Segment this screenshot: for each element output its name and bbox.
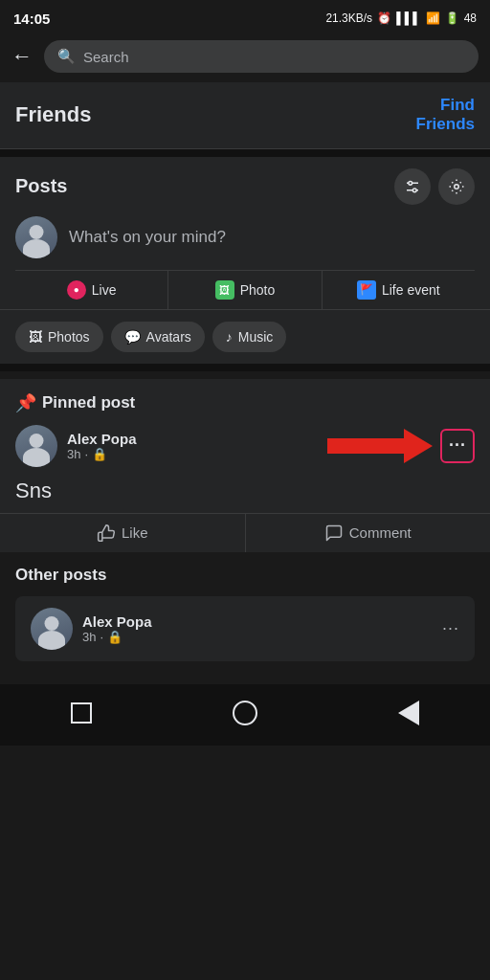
post-author-avatar: [15, 425, 57, 467]
comment-icon: [324, 523, 344, 543]
photo-button[interactable]: 🖼 Photo: [167, 271, 321, 309]
search-input-wrap[interactable]: 🔍 Search: [44, 40, 479, 73]
svg-point-4: [455, 185, 459, 189]
post-actions-row: ● Live 🖼 Photo 🚩 Life event: [15, 270, 475, 309]
user-avatar: [15, 216, 57, 258]
nav-bar: [0, 684, 490, 746]
ellipsis-icon: ···: [449, 435, 466, 456]
flag-icon: 🚩: [357, 280, 376, 300]
other-post-avatar: [31, 608, 73, 650]
arrow-and-more: ···: [327, 427, 475, 465]
gear-icon: [448, 178, 465, 195]
post-time: 3h · 🔒: [67, 447, 137, 461]
red-arrow-svg: [327, 427, 433, 465]
pinned-section: 📌 Pinned post Alex Popa 3h · 🔒: [0, 379, 490, 552]
svg-marker-5: [327, 429, 433, 463]
like-label: Like: [122, 524, 148, 541]
other-post-left: Alex Popa 3h · 🔒: [31, 608, 152, 650]
back-button[interactable]: ←: [11, 44, 33, 69]
status-bar: 14:05 21.3KB/s ⏰ ▌▌▌ 📶 🔋 48: [0, 0, 490, 34]
photo-label: Photo: [240, 282, 276, 298]
live-icon: ●: [67, 280, 86, 300]
battery-icon: 🔋: [445, 11, 459, 25]
music-chip[interactable]: ♪ Music: [212, 322, 287, 352]
mind-input[interactable]: What's on your mind?: [69, 228, 226, 247]
comment-button[interactable]: Comment: [245, 514, 491, 552]
square-icon: [71, 702, 92, 724]
separator-dot: ·: [84, 447, 88, 461]
nav-back-button[interactable]: [386, 696, 432, 730]
section-divider: [0, 149, 490, 157]
other-post-more-button[interactable]: ···: [442, 618, 459, 638]
time-label: 3h: [67, 447, 80, 461]
filter-icon: [404, 178, 421, 195]
avatars-chip[interactable]: 💬 Avatars: [111, 322, 205, 352]
post-author-info: Alex Popa 3h · 🔒: [67, 431, 137, 461]
search-input[interactable]: Search: [83, 49, 129, 65]
circle-icon: [233, 701, 257, 725]
life-event-button[interactable]: 🚩 Life event: [322, 271, 475, 309]
live-button[interactable]: ● Live: [15, 271, 167, 309]
post-content: Sns: [15, 475, 475, 503]
find-friends-button[interactable]: Find Friends: [416, 96, 475, 135]
other-time-label: 3h: [82, 630, 96, 644]
comment-label: Comment: [349, 524, 412, 541]
friends-header: Friends Find Friends: [0, 82, 490, 149]
other-separator: ·: [100, 630, 103, 644]
chips-row: 🖼 Photos 💬 Avatars ♪ Music: [0, 309, 490, 364]
network-speed: 21.3KB/s: [325, 11, 372, 25]
wifi-icon: 📶: [426, 11, 440, 25]
posts-header: Posts: [15, 168, 475, 205]
alarm-icon: ⏰: [377, 11, 391, 25]
photos-chip[interactable]: 🖼 Photos: [15, 322, 103, 352]
avatars-chip-icon: 💬: [124, 329, 141, 345]
other-posts-title: Other posts: [15, 566, 475, 585]
avatars-chip-label: Avatars: [146, 329, 191, 345]
other-post-info: Alex Popa 3h · 🔒: [82, 613, 152, 644]
like-button[interactable]: Like: [0, 514, 245, 552]
other-post-meta: Alex Popa 3h · 🔒 ···: [31, 608, 459, 650]
other-post-author: Alex Popa: [82, 613, 152, 630]
other-post-card: Alex Popa 3h · 🔒 ···: [15, 596, 475, 661]
signal-icon: ▌▌▌: [396, 11, 421, 25]
triangle-icon: [398, 701, 419, 725]
nav-home-button[interactable]: [222, 696, 268, 730]
music-chip-icon: ♪: [226, 329, 233, 345]
music-chip-label: Music: [238, 329, 274, 345]
other-privacy-icon: 🔒: [107, 630, 122, 644]
thumbs-up-icon: [97, 523, 116, 543]
more-options-button[interactable]: ···: [440, 429, 475, 463]
post-meta-left: Alex Popa 3h · 🔒: [15, 425, 137, 467]
battery-level: 48: [464, 11, 477, 25]
post-reactions-row: Like Comment: [0, 513, 490, 552]
mind-row: What's on your mind?: [15, 216, 475, 258]
settings-button[interactable]: [438, 168, 475, 205]
search-bar-row: ← 🔍 Search: [0, 34, 490, 82]
photos-chip-label: Photos: [48, 329, 90, 345]
photos-chip-icon: 🖼: [29, 329, 42, 345]
post-meta-row: Alex Popa 3h · 🔒 ···: [15, 425, 475, 467]
nav-square-button[interactable]: [58, 696, 104, 730]
pin-icon: 📌: [15, 392, 36, 413]
photo-icon: 🖼: [215, 280, 234, 300]
status-time: 14:05: [13, 11, 50, 27]
svg-point-3: [412, 189, 416, 192]
pinned-title: Pinned post: [42, 393, 135, 412]
search-icon: 🔍: [57, 48, 76, 65]
live-label: Live: [92, 282, 117, 298]
other-posts-section: Other posts Alex Popa 3h · 🔒 ···: [0, 552, 490, 661]
red-arrow: [327, 427, 433, 465]
svg-point-1: [409, 181, 412, 185]
privacy-lock-icon: 🔒: [92, 447, 107, 461]
posts-section: Posts What's on your mind?: [0, 157, 490, 309]
other-post-time: 3h · 🔒: [82, 630, 152, 644]
pinned-post-card: Alex Popa 3h · 🔒 ···: [15, 425, 475, 552]
post-author-name: Alex Popa: [67, 431, 137, 447]
section-divider-2: [0, 364, 490, 371]
status-right: 21.3KB/s ⏰ ▌▌▌ 📶 🔋 48: [325, 11, 477, 25]
life-event-label: Life event: [382, 282, 440, 298]
pinned-header: 📌 Pinned post: [15, 392, 475, 413]
filter-button[interactable]: [394, 168, 431, 205]
posts-title: Posts: [15, 175, 67, 197]
posts-actions: [394, 168, 475, 205]
